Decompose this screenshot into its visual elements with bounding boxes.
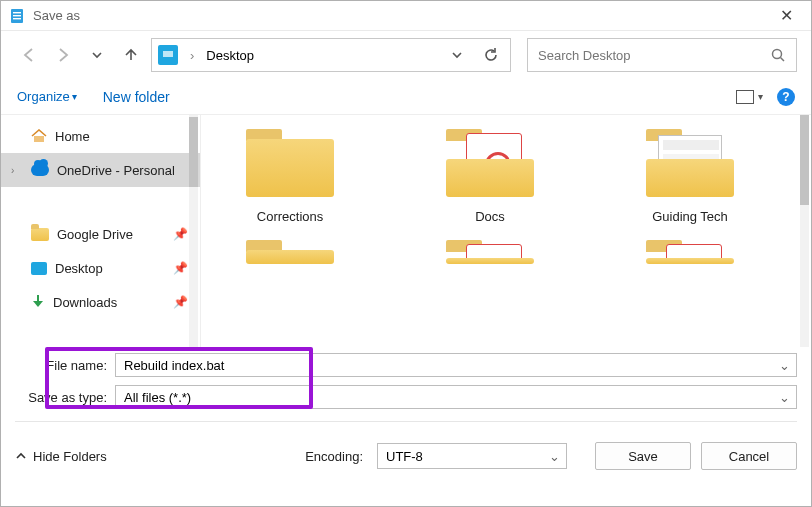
folder-item[interactable]: Corrections [235,125,345,224]
nav-row: › Desktop Search Desktop [1,31,811,79]
file-name-value: Rebuild index.bat [124,358,224,373]
sidebar-item-desktop[interactable]: Desktop 📌 [1,251,200,285]
pane-scrollbar-thumb[interactable] [800,115,809,205]
sidebar-item-label: Desktop [55,261,103,276]
sidebar-item-google-drive[interactable]: Google Drive 📌 [1,217,200,251]
search-placeholder: Search Desktop [538,48,631,63]
download-icon [31,295,45,309]
notepad-icon [9,8,25,24]
file-pane[interactable]: Corrections Docs Guiding Tech [201,115,811,347]
pin-icon: 📌 [173,227,188,241]
organize-menu[interactable]: Organize▾ [17,89,77,104]
address-bar[interactable]: › Desktop [151,38,511,72]
titlebar: Save as ✕ [1,1,811,31]
view-mode-button[interactable]: ▾ [736,90,763,104]
save-as-type-value: All files (*.*) [124,390,191,405]
svg-rect-8 [34,136,44,142]
svg-rect-1 [13,12,21,13]
chevron-down-icon[interactable]: ⌄ [779,358,790,373]
save-button[interactable]: Save [595,442,691,470]
refresh-button[interactable] [478,42,504,68]
encoding-select[interactable]: UTF-8 ⌄ [377,443,567,469]
form-area: File name: Rebuild index.bat ⌄ Save as t… [1,347,811,434]
folder-item[interactable]: Guiding Tech [635,125,745,224]
up-button[interactable] [117,41,145,69]
cancel-button[interactable]: Cancel [701,442,797,470]
svg-line-7 [781,58,785,62]
help-button[interactable]: ? [777,88,795,106]
sidebar-item-downloads[interactable]: Downloads 📌 [1,285,200,319]
save-as-type-label: Save as type: [15,390,115,405]
svg-rect-5 [163,51,173,57]
sidebar-item-onedrive[interactable]: › OneDrive - Personal [1,153,200,187]
back-button[interactable] [15,41,43,69]
file-name-label: File name: [15,358,115,373]
svg-rect-2 [13,15,21,16]
file-name-input[interactable]: Rebuild index.bat ⌄ [115,353,797,377]
folder-item[interactable] [635,236,745,264]
pin-icon: 📌 [173,295,188,309]
forward-button[interactable] [49,41,77,69]
chevron-up-icon [15,450,27,462]
svg-point-6 [773,50,782,59]
sidebar-item-label: Home [55,129,90,144]
folder-label: Corrections [257,209,323,224]
folder-icon [31,228,49,241]
save-as-type-select[interactable]: All files (*.*) ⌄ [115,385,797,409]
search-box[interactable]: Search Desktop [527,38,797,72]
body: Home › OneDrive - Personal Google Drive … [1,115,811,347]
hide-folders-toggle[interactable]: Hide Folders [15,449,107,464]
sidebar: Home › OneDrive - Personal Google Drive … [1,115,201,347]
address-dropdown[interactable] [444,42,470,68]
sidebar-item-label: Downloads [53,295,117,310]
svg-rect-3 [13,18,21,19]
cloud-icon [31,164,49,176]
location-text: Desktop [206,48,254,63]
folder-item[interactable] [235,236,345,264]
chevron-right-icon[interactable]: › [11,165,14,176]
window-title: Save as [33,8,80,23]
folder-item[interactable]: Docs [435,125,545,224]
folder-item[interactable] [435,236,545,264]
close-button[interactable]: ✕ [770,2,803,29]
encoding-label: Encoding: [305,449,363,464]
sidebar-item-home[interactable]: Home [1,119,200,153]
desktop-icon [158,45,178,65]
sidebar-scrollbar-thumb[interactable] [189,117,198,187]
chevron-down-icon[interactable]: ⌄ [549,449,560,464]
folder-label: Guiding Tech [652,209,728,224]
pin-icon: 📌 [173,261,188,275]
folder-label: Docs [475,209,505,224]
new-folder-button[interactable]: New folder [103,89,170,105]
toolbar: Organize▾ New folder ▾ ? [1,79,811,115]
chevron-right-icon: › [186,48,198,63]
encoding-value: UTF-8 [386,449,423,464]
separator [15,421,797,422]
desktop-icon [31,262,47,275]
sidebar-item-label: OneDrive - Personal [57,163,175,178]
recent-dropdown[interactable] [83,41,111,69]
search-icon [770,47,786,63]
home-icon [31,129,47,143]
footer: Hide Folders Encoding: UTF-8 ⌄ Save Canc… [1,434,811,478]
chevron-down-icon[interactable]: ⌄ [779,390,790,405]
sidebar-item-label: Google Drive [57,227,133,242]
